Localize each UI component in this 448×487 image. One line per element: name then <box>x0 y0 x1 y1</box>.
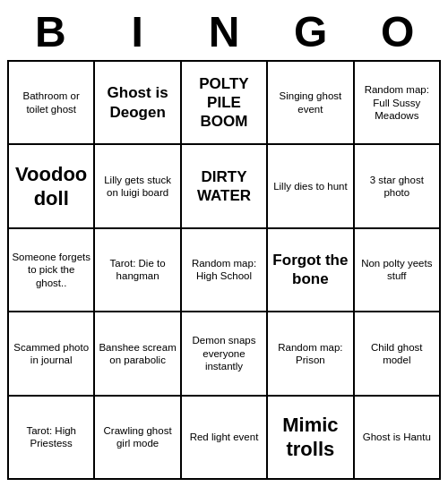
bingo-cell[interactable]: Mimic trolls <box>268 397 354 480</box>
bingo-cell[interactable]: 3 star ghost photo <box>355 145 441 228</box>
bingo-cell[interactable]: Singing ghost event <box>268 62 354 145</box>
bingo-cell[interactable]: Lilly gets stuck on luigi board <box>95 145 181 228</box>
title-letter: O <box>354 7 441 56</box>
bingo-cell[interactable]: Random map: Prison <box>268 312 354 396</box>
bingo-cell[interactable]: Scammed photo in journal <box>9 312 95 396</box>
title-letter: B <box>7 7 94 56</box>
bingo-cell[interactable]: POLTY PILE BOOM <box>182 62 268 145</box>
bingo-title: BINGO <box>7 7 441 56</box>
bingo-cell[interactable]: Red light event <box>182 397 268 480</box>
bingo-grid: Bathroom or toilet ghostGhost is DeogenP… <box>7 60 441 480</box>
bingo-cell[interactable]: Lilly dies to hunt <box>268 145 354 228</box>
bingo-cell[interactable]: Non polty yeets stuff <box>355 229 441 312</box>
bingo-cell[interactable]: Someone forgets to pick the ghost.. <box>9 229 95 312</box>
bingo-cell[interactable]: Tarot: Die to hangman <box>95 229 181 312</box>
title-letter: I <box>94 7 181 56</box>
bingo-cell[interactable]: Ghost is Hantu <box>355 397 441 480</box>
bingo-cell[interactable]: Random map: High School <box>182 229 268 312</box>
bingo-cell[interactable]: Ghost is Deogen <box>95 62 181 145</box>
bingo-cell[interactable]: Random map: Full Sussy Meadows <box>355 62 441 145</box>
bingo-cell[interactable]: Demon snaps everyone instantly <box>182 312 268 396</box>
bingo-cell[interactable]: Banshee scream on parabolic <box>95 312 181 396</box>
title-letter: G <box>267 7 354 56</box>
bingo-cell[interactable]: Crawling ghost girl mode <box>95 397 181 480</box>
bingo-cell[interactable]: Forgot the bone <box>268 229 354 312</box>
bingo-cell[interactable]: DIRTY WATER <box>182 145 268 228</box>
bingo-cell[interactable]: Voodoo doll <box>9 145 95 228</box>
bingo-cell[interactable]: Tarot: High Priestess <box>9 397 95 480</box>
title-letter: N <box>181 7 268 56</box>
bingo-cell[interactable]: Bathroom or toilet ghost <box>9 62 95 145</box>
bingo-cell[interactable]: Child ghost model <box>355 312 441 396</box>
